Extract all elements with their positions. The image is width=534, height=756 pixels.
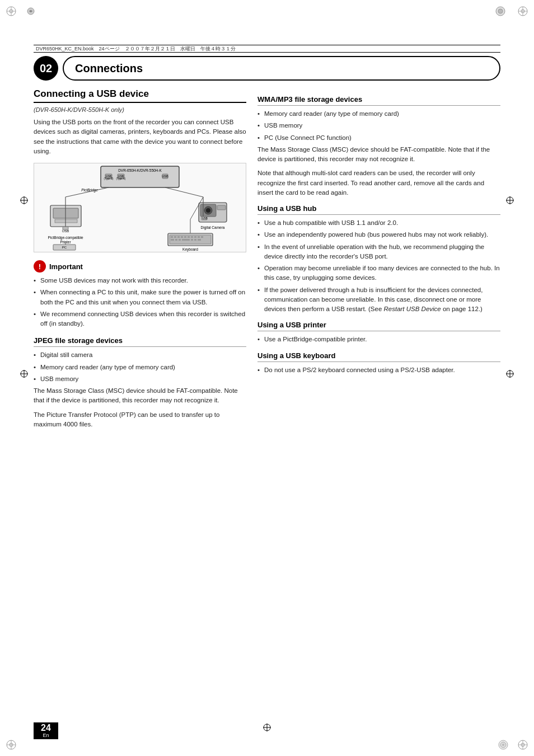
svg-rect-74 — [171, 239, 174, 241]
important-item-1: Some USB devices may not work with this … — [34, 276, 246, 285]
svg-rect-47 — [55, 219, 77, 223]
usb-printer-section: Using a USB printer Use a PictBridge-com… — [257, 321, 500, 344]
svg-text:USB: USB — [202, 217, 207, 220]
chapter-badge: 02 — [34, 56, 58, 81]
subtitle: (DVR-650H-K/DVR-550H-K only) — [34, 106, 246, 113]
usb-keyboard-bullets: Do not use a PS/2 keyboard connected usi… — [257, 365, 500, 375]
wma-heading: WMA/MP3 file storage devices — [257, 95, 500, 106]
main-content: Connecting a USB device (DVR-650H-K/DVR-… — [34, 88, 500, 711]
important-header: ! Important — [34, 260, 246, 273]
svg-rect-58 — [217, 205, 226, 210]
diagram-svg: DVR-650H-K/DVR-550H-K USB (Type B) USB (… — [39, 163, 241, 252]
usb-hub-item-1: Use a hub compatible with USB 1.1 and/or… — [257, 218, 500, 228]
usb-hub-item-5: If the power delivered through a hub is … — [257, 285, 500, 314]
svg-rect-71 — [194, 236, 196, 238]
important-item-2: When connecting a PC to this unit, make … — [34, 288, 246, 307]
svg-line-87 — [165, 187, 203, 197]
jpeg-heading: JPEG file storage devices — [34, 336, 246, 347]
svg-rect-70 — [191, 236, 193, 238]
svg-rect-73 — [201, 236, 203, 238]
svg-rect-75 — [175, 239, 177, 241]
corner-decoration-br — [495, 717, 528, 750]
chapter-number: 02 — [40, 62, 52, 75]
svg-rect-66 — [177, 236, 180, 238]
jpeg-text1: The Mass Storage Class (MSC) device shou… — [34, 386, 246, 406]
svg-point-10 — [498, 9, 503, 13]
important-item-3: We recommend connecting USB devices when… — [34, 309, 246, 329]
wma-item-3: PC (Use Connect PC function) — [257, 133, 500, 143]
jpeg-item-3: USB memory — [34, 374, 246, 384]
reg-mark-right-lower — [505, 369, 514, 380]
corner-decoration-tl — [6, 6, 39, 39]
wma-item-2: USB memory — [257, 121, 500, 130]
usb-hub-item-3: In the event of unreliable operation wit… — [257, 242, 500, 262]
svg-rect-76 — [179, 239, 181, 241]
svg-text:USB: USB — [162, 175, 168, 178]
svg-rect-67 — [181, 236, 183, 238]
chapter-title: Connections — [75, 62, 143, 75]
svg-rect-78 — [191, 239, 193, 241]
jpeg-item-1: Digital still camera — [34, 350, 246, 360]
jpeg-text2: The Picture Transfer Protocol (PTP) can … — [34, 410, 246, 430]
usb-keyboard-section: Using a USB keyboard Do not use a PS/2 k… — [257, 351, 500, 375]
wma-bullets: Memory card reader (any type of memory c… — [257, 109, 500, 143]
page-heading: Connecting a USB device — [34, 88, 246, 103]
page-number-box: 24 En — [34, 722, 58, 739]
important-list: Some USB devices may not work with this … — [34, 276, 246, 328]
left-column: Connecting a USB device (DVR-650H-K/DVR-… — [34, 88, 246, 711]
svg-rect-65 — [174, 236, 176, 238]
svg-text:Digital Camera: Digital Camera — [201, 226, 225, 230]
section-title-bar: Connections — [63, 56, 500, 81]
usb-printer-heading: Using a USB printer — [257, 321, 500, 331]
reg-mark-left-mid — [20, 196, 29, 206]
wma-item-1: Memory card reader (any type of memory c… — [257, 109, 500, 119]
usb-hub-bullets: Use a hub compatible with USB 1.1 and/or… — [257, 218, 500, 314]
important-icon: ! — [34, 260, 46, 273]
page: DVR650HK_KC_EN.book 24ページ ２００７年２月２１日 水曜日… — [0, 0, 534, 756]
jpeg-item-2: Memory card reader (any type of memory c… — [34, 363, 246, 372]
svg-rect-80 — [198, 239, 201, 241]
usb-hub-heading: Using a USB hub — [257, 204, 500, 215]
usb-printer-bullets: Use a PictBridge-compatible printer. — [257, 335, 500, 344]
corner-decoration-tr — [495, 6, 528, 39]
svg-rect-77 — [182, 239, 190, 241]
svg-text:Keyboard: Keyboard — [182, 247, 198, 252]
svg-text:PictBridge-compatible: PictBridge-compatible — [48, 236, 83, 240]
reg-mark-bottom-center — [263, 723, 271, 734]
usb-keyboard-item-1: Do not use a PS/2 keyboard connected usi… — [257, 365, 500, 375]
svg-rect-72 — [198, 236, 200, 238]
important-label: Important — [49, 262, 83, 271]
svg-text:(Type B): (Type B) — [104, 177, 114, 180]
svg-text:(Type A): (Type A) — [116, 177, 126, 180]
page-number: 24 — [41, 724, 51, 732]
header-text: DVR650HK_KC_EN.book 24ページ ２００７年２月２１日 水曜日… — [36, 45, 236, 53]
header-bar: DVR650HK_KC_EN.book 24ページ ２００７年２月２１日 水曜日… — [34, 45, 500, 53]
usb-hub-item-4: Operation may become unreliable if too m… — [257, 264, 500, 283]
usb-keyboard-heading: Using a USB keyboard — [257, 351, 500, 362]
svg-rect-49 — [63, 227, 68, 230]
reg-mark-left-lower — [20, 369, 29, 380]
svg-rect-64 — [171, 236, 173, 238]
usb-hub-section: Using a USB hub Use a hub compatible wit… — [257, 204, 500, 314]
svg-point-57 — [206, 208, 210, 213]
svg-rect-69 — [188, 236, 190, 238]
usb-hub-item-2: Use an independently powered hub (bus po… — [257, 230, 500, 240]
svg-text:DVR-650H-K/DVR-550H-K: DVR-650H-K/DVR-550H-K — [118, 168, 162, 172]
svg-text:PC: PC — [62, 246, 67, 249]
important-section: ! Important Some USB devices may not wor… — [34, 260, 246, 328]
jpeg-section: JPEG file storage devices Digital still … — [34, 336, 246, 429]
usb-printer-item-1: Use a PictBridge-compatible printer. — [257, 335, 500, 344]
intro-text: Using the USB ports on the front of the … — [34, 118, 246, 156]
usb-diagram: DVR-650H-K/DVR-550H-K USB (Type B) USB (… — [34, 163, 246, 252]
wma-text2: Note that although multi-slot card reade… — [257, 168, 500, 198]
svg-point-21 — [502, 744, 504, 746]
svg-rect-68 — [184, 236, 186, 238]
wma-text1: The Mass Storage Class (MSC) device shou… — [257, 145, 500, 165]
svg-rect-79 — [194, 239, 196, 241]
wma-section: WMA/MP3 file storage devices Memory card… — [257, 95, 500, 198]
section-title: Connecting a USB device — [34, 88, 149, 99]
reg-mark-right-mid — [505, 196, 514, 206]
page-lang: En — [43, 732, 49, 738]
jpeg-bullets: Digital still camera Memory card reader … — [34, 350, 246, 384]
right-column: WMA/MP3 file storage devices Memory card… — [257, 88, 500, 711]
